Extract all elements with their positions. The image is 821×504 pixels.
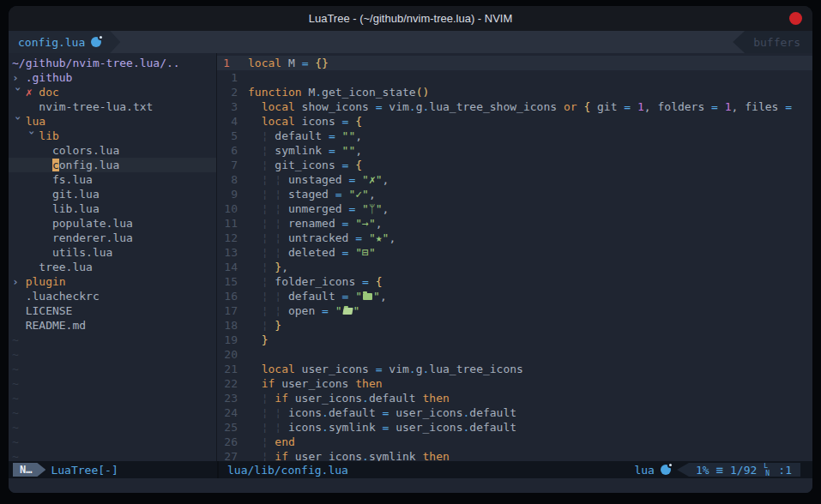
token: ¦: [262, 319, 275, 332]
code-line[interactable]: 1: [217, 70, 812, 85]
statusline-right-group: lua 1% 1/92 :1: [634, 463, 812, 477]
code-text: local icons = {: [248, 114, 362, 129]
token: [248, 202, 262, 215]
code-line[interactable]: 21 local user_icons = vim.g.lua_tree_ico…: [217, 362, 812, 376]
code-line[interactable]: 27 ¦ if user_icons.symlink then: [217, 449, 812, 461]
tree-item-github[interactable]: › .github: [9, 70, 216, 85]
editor-buffer[interactable]: 1local M = {}12function M.get_icon_state…: [217, 53, 812, 461]
window-title: LuaTree - (~/github/nvim-tree.lua) - NVI…: [309, 12, 513, 25]
token: =: [624, 100, 631, 113]
token: ¦ ¦: [262, 231, 288, 244]
token: then: [423, 392, 450, 405]
tree-item-lua[interactable]: › lua: [9, 114, 216, 129]
token: default: [369, 392, 423, 405]
tree-root-path[interactable]: ~/github/nvim-tree.lua/..: [9, 56, 216, 70]
tree-item-renderer-lua[interactable]: renderer.lua: [9, 231, 216, 245]
tab-config-lua[interactable]: config.lua: [9, 31, 120, 53]
token: open: [288, 304, 322, 317]
token: ¦ ¦: [262, 246, 288, 259]
code-text: ¦ ¦ icons.default = user_icons.default: [248, 405, 516, 420]
code-line[interactable]: 10 ¦ ¦ unmerged = "ᛘ",: [217, 201, 812, 216]
token: [355, 173, 362, 186]
line-number: 21: [217, 362, 248, 376]
line-number: 3: [217, 99, 248, 114]
code-line[interactable]: 23 ¦ if user_icons.default then: [217, 391, 812, 405]
title-bar[interactable]: LuaTree - (~/github/nvim-tree.lua) - NVI…: [9, 6, 812, 31]
tree-item-license[interactable]: LICENSE: [9, 303, 216, 318]
token: g: [416, 100, 423, 113]
code-line[interactable]: 24 ¦ ¦ icons.default = user_icons.defaul…: [217, 405, 812, 420]
token: ¦: [262, 450, 275, 461]
token: [355, 202, 362, 215]
code-line[interactable]: 17 ¦ ¦ open = "": [217, 303, 812, 318]
code-line[interactable]: 19 }: [217, 333, 812, 347]
close-button[interactable]: [789, 12, 802, 25]
token: populate.lua: [12, 217, 133, 230]
code-line[interactable]: 12 ¦ ¦ untracked = "★",: [217, 231, 812, 245]
code-line[interactable]: 13 ¦ ¦ deleted = "⊟": [217, 245, 812, 260]
code-line[interactable]: 26 ¦ end: [217, 435, 812, 449]
token: 1: [725, 100, 732, 113]
file-tree[interactable]: ~/github/nvim-tree.lua/..› .github› ✗ do…: [9, 53, 216, 461]
token: user_icons: [389, 421, 462, 434]
code-line[interactable]: 2function M.get_icon_state(): [217, 85, 812, 99]
token: =: [785, 100, 792, 113]
token: git: [590, 100, 624, 113]
tree-item-plugin[interactable]: › plugin: [9, 274, 216, 289]
token: [248, 333, 262, 346]
line-number-icon: [764, 464, 771, 476]
code-line[interactable]: 1local M = {}: [217, 56, 812, 70]
token: local: [262, 363, 295, 375]
code-line[interactable]: 6 ¦ symlink = "",: [217, 143, 812, 158]
code-text: }: [248, 333, 268, 347]
tree-item-lib-lua[interactable]: lib.lua: [9, 201, 216, 216]
tree-item-config-lua[interactable]: config.lua: [9, 158, 216, 172]
code-line[interactable]: 25 ¦ ¦ icons.symlink = user_icons.defaul…: [217, 420, 812, 435]
folder-open-icon: [342, 308, 353, 315]
code-line[interactable]: 9 ¦ ¦ staged = "✓",: [217, 187, 812, 201]
tree-item-luacheckrc[interactable]: .luacheckrc: [9, 289, 216, 303]
code-line[interactable]: 5 ¦ default = "",: [217, 129, 812, 143]
code-line[interactable]: 15 ¦ folder_icons = {: [217, 274, 812, 289]
tree-item-populate-lua[interactable]: populate.lua: [9, 216, 216, 231]
empty-line: ~: [9, 405, 216, 420]
tree-item-lib[interactable]: › lib: [9, 129, 216, 143]
code-text: local show_icons = vim.g.lua_tree_show_i…: [248, 99, 799, 114]
tree-item-tree-lua[interactable]: tree.lua: [9, 260, 216, 274]
code-text: ¦ ¦ staged = "✓",: [248, 187, 376, 201]
token: onfig.lua: [59, 159, 119, 171]
tree-item-git-lua[interactable]: git.lua: [9, 187, 216, 201]
tree-item-utils-lua[interactable]: utils.lua: [9, 245, 216, 260]
token: "✓": [348, 188, 368, 201]
tree-item-nvim-tree-lua-txt[interactable]: nvim-tree-lua.txt: [9, 99, 216, 114]
token: ¦ ¦: [262, 217, 288, 230]
token: c: [52, 159, 59, 171]
empty-line: ~: [9, 376, 216, 391]
code-line[interactable]: 16 ¦ ¦ default = "",: [217, 289, 812, 303]
code-text: local M = {}: [248, 56, 329, 70]
code-text: ¦ default = "",: [248, 129, 362, 143]
code-text: ¦ if user_icons.symlink then: [248, 449, 450, 461]
line-number: 17: [217, 303, 248, 318]
tree-item-doc[interactable]: › ✗ doc: [9, 85, 216, 99]
code-line[interactable]: 11 ¦ ¦ renamed = "→",: [217, 216, 812, 231]
code-line[interactable]: 4 local icons = {: [217, 114, 812, 129]
empty-line: ~: [9, 347, 216, 362]
token: function: [248, 86, 302, 99]
tree-item-colors-lua[interactable]: colors.lua: [9, 143, 216, 158]
tree-item-readme-md[interactable]: README.md: [9, 318, 216, 333]
token: [248, 435, 262, 448]
code-line[interactable]: 18 ¦ }: [217, 318, 812, 333]
buffers-segment[interactable]: buffers: [733, 31, 812, 53]
code-line[interactable]: 22 if user_icons then: [217, 376, 812, 391]
code-line[interactable]: 14 ¦ },: [217, 260, 812, 274]
tree-item-fs-lua[interactable]: fs.lua: [9, 172, 216, 187]
code-line[interactable]: 8 ¦ ¦ unstaged = "✗",: [217, 172, 812, 187]
code-line[interactable]: 7 ¦ git_icons = {: [217, 158, 812, 172]
code-line[interactable]: 20: [217, 347, 812, 362]
line-number: 4: [217, 114, 248, 129]
command-line[interactable]: [9, 478, 812, 493]
token: [248, 231, 262, 244]
token: user_icons: [389, 406, 462, 419]
code-line[interactable]: 3 local show_icons = vim.g.lua_tree_show…: [217, 99, 812, 114]
